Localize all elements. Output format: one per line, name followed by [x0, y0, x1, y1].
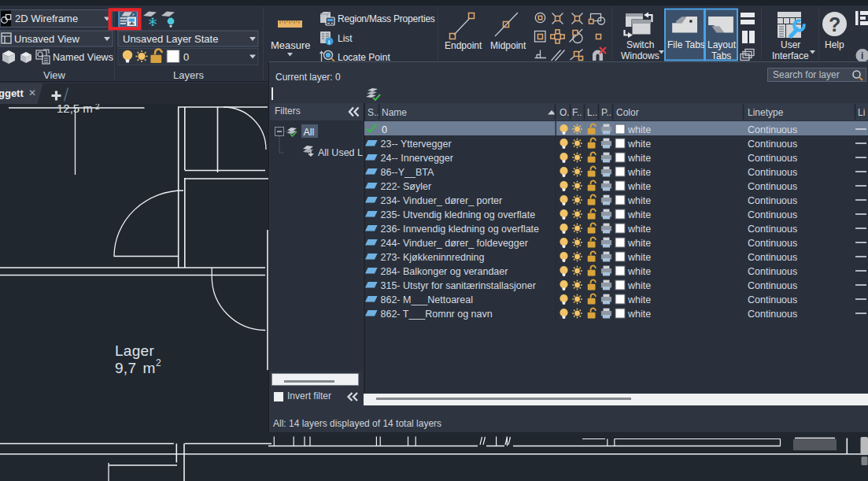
- svg-text:24-- Innervegger: 24-- Innervegger: [381, 153, 453, 164]
- svg-text:862- M___Nettoareal: 862- M___Nettoareal: [381, 294, 473, 305]
- svg-text:86--Y__BTA: 86--Y__BTA: [381, 167, 435, 178]
- svg-text:0: 0: [183, 51, 189, 63]
- svg-text:Name: Name: [382, 107, 407, 118]
- svg-text:315- Utstyr for sanitærinstall: 315- Utstyr for sanitærinstallasjoner: [381, 280, 536, 291]
- svg-text:2D Wireframe: 2D Wireframe: [15, 13, 78, 24]
- svg-text:236- Innvendig kledning og ove: 236- Innvendig kledning og overflate: [381, 224, 540, 235]
- svg-text:Windows: Windows: [621, 50, 659, 61]
- svg-text:9,7 m: 9,7 m: [115, 360, 156, 376]
- svg-text:Unsaved View: Unsaved View: [14, 33, 79, 45]
- svg-text:i: i: [861, 50, 863, 61]
- svg-text:Interface: Interface: [772, 50, 809, 61]
- svg-text:Switch: Switch: [626, 39, 654, 50]
- svg-text:234- Vinduer_ dører_ porter: 234- Vinduer_ dører_ porter: [381, 195, 503, 206]
- svg-text:862- T___Romnr og navn: 862- T___Romnr og navn: [381, 309, 493, 320]
- svg-text:273- Kjøkkeninnredning: 273- Kjøkkeninnredning: [381, 252, 485, 263]
- svg-text:View: View: [43, 69, 66, 81]
- svg-text:Help: Help: [825, 39, 844, 50]
- svg-text:?: ?: [829, 13, 840, 35]
- svg-text:Endpoint: Endpoint: [445, 40, 482, 51]
- svg-text:All: All: [304, 127, 315, 138]
- svg-text:Color: Color: [616, 107, 639, 118]
- svg-text:P..: P..: [601, 107, 611, 118]
- svg-text:All Used L: All Used L: [318, 147, 363, 158]
- svg-text:284- Balkonger og verandaer: 284- Balkonger og verandaer: [381, 266, 508, 277]
- svg-text:222- Søyler: 222- Søyler: [381, 181, 432, 192]
- svg-text:F..: F..: [572, 107, 582, 118]
- svg-text:i: i: [328, 39, 330, 46]
- svg-text:235- Utvendig kledning og over: 235- Utvendig kledning og overflate: [381, 209, 536, 220]
- svg-text:File Tabs: File Tabs: [667, 39, 705, 50]
- svg-text:L..: L..: [587, 107, 597, 118]
- svg-text:Li: Li: [858, 107, 865, 118]
- svg-text:Linetype: Linetype: [748, 107, 784, 118]
- svg-text:244- Vinduer_ dører_ foldevegg: 244- Vinduer_ dører_ foldevegger: [381, 238, 528, 249]
- svg-text:23-- Yttervegger: 23-- Yttervegger: [381, 139, 452, 150]
- svg-text:Region/Mass Properties: Region/Mass Properties: [338, 13, 435, 24]
- svg-text:2: 2: [156, 357, 161, 368]
- svg-text:Named Views: Named Views: [53, 52, 113, 63]
- svg-text:O.: O.: [560, 107, 570, 118]
- svg-text:User: User: [781, 39, 800, 50]
- svg-text:Tabs: Tabs: [711, 50, 731, 61]
- svg-text:Layout: Layout: [707, 39, 737, 50]
- svg-text:0: 0: [382, 124, 387, 135]
- svg-text:Midpoint: Midpoint: [490, 40, 526, 51]
- svg-text:Measure: Measure: [271, 39, 311, 51]
- svg-text:Lager: Lager: [115, 342, 154, 359]
- svg-text:S..: S..: [368, 107, 379, 118]
- svg-text:Layers: Layers: [173, 69, 205, 81]
- svg-text:Unsaved Layer State: Unsaved Layer State: [123, 33, 218, 45]
- svg-text:List: List: [338, 33, 353, 44]
